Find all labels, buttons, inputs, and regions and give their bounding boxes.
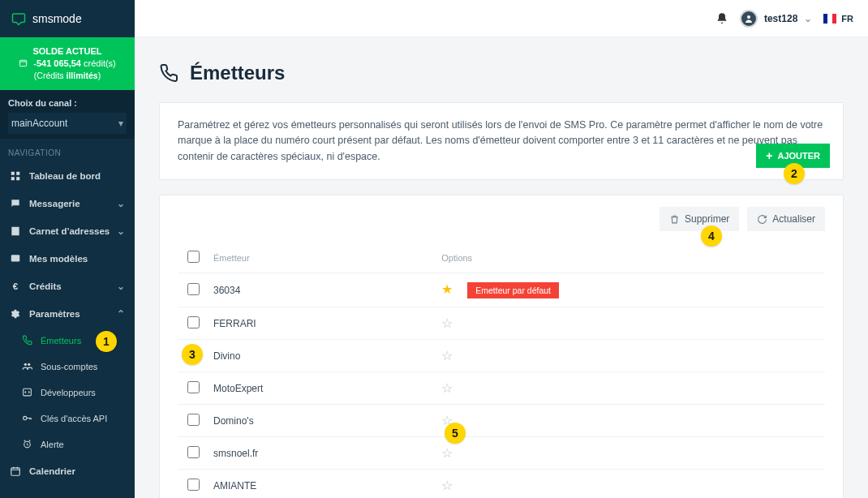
calendar-icon xyxy=(10,466,21,477)
flag-fr-icon xyxy=(823,14,836,24)
page-heading: Émetteurs xyxy=(190,62,285,84)
sidebar-item-souscomptes[interactable]: Sous-comptes xyxy=(11,354,135,380)
star-outline-icon[interactable]: ☆ xyxy=(441,479,453,492)
svg-point-7 xyxy=(24,363,26,366)
callout-5: 5 xyxy=(445,423,466,444)
nav-section-label: NAVIGATION xyxy=(0,139,135,162)
caret-down-icon: ▾ xyxy=(118,118,123,129)
table-row: AMIANTE☆ xyxy=(178,470,825,498)
table-row: FERRARI☆ xyxy=(178,307,825,340)
channel-select[interactable]: mainAccount ▾ xyxy=(8,113,127,134)
emetteurs-table: Émetteur Options 36034★Emetteur par défa… xyxy=(178,243,825,498)
row-checkbox[interactable] xyxy=(187,414,200,426)
row-name: MotoExpert xyxy=(208,372,436,405)
callout-4: 4 xyxy=(701,225,722,247)
sidebar: smsmode SOLDE ACTUEL -541 065,54 crédit(… xyxy=(0,0,135,498)
row-checkbox[interactable] xyxy=(187,316,200,328)
user-menu[interactable]: test128 ⌄ xyxy=(740,10,812,28)
page-title: Émetteurs xyxy=(159,62,844,84)
users-icon xyxy=(21,361,32,372)
add-button-label: AJOUTER xyxy=(777,151,820,161)
default-badge: Emetteur par défaut xyxy=(467,282,559,298)
refresh-button[interactable]: Actualiser xyxy=(747,207,825,231)
sidebar-item-tableau[interactable]: Tableau de bord xyxy=(0,162,135,190)
brand[interactable]: smsmode xyxy=(0,0,135,37)
star-outline-icon[interactable]: ☆ xyxy=(441,316,453,330)
logo-icon xyxy=(11,11,26,26)
balance-box: SOLDE ACTUEL -541 065,54 crédit(s) (Créd… xyxy=(0,37,135,90)
chevron-up-icon: ⌃ xyxy=(117,308,125,320)
table-row: smsnoel.fr☆ xyxy=(178,437,825,470)
sidebar-item-developpeurs[interactable]: Développeurs xyxy=(11,380,135,406)
avatar xyxy=(740,10,758,28)
channel-label: Choix du canal : xyxy=(8,98,127,108)
row-name: Divino xyxy=(208,340,436,372)
star-outline-icon[interactable]: ☆ xyxy=(441,349,453,363)
sidebar-item-messagerie[interactable]: Messagerie ⌄ xyxy=(0,190,135,217)
select-all-checkbox[interactable] xyxy=(187,251,200,263)
svg-rect-12 xyxy=(11,467,20,474)
table-row: Divino☆ xyxy=(178,340,825,372)
row-name: smsnoel.fr xyxy=(208,437,436,470)
chevron-down-icon: ⌄ xyxy=(117,281,125,292)
clock-icon xyxy=(21,439,32,450)
balance-amount: -541 065,54 crédit(s) xyxy=(5,58,130,71)
col-options: Options xyxy=(436,243,825,273)
callout-3: 3 xyxy=(182,344,203,365)
phone-icon xyxy=(21,335,32,346)
svg-rect-5 xyxy=(11,255,20,261)
dashboard-icon xyxy=(10,170,21,182)
row-checkbox[interactable] xyxy=(187,283,200,295)
trash-icon xyxy=(669,214,680,225)
table-panel: Supprimer Actualiser Émetteur Options xyxy=(159,195,844,498)
star-outline-icon[interactable]: ☆ xyxy=(441,446,453,460)
sidebar-item-carnet[interactable]: Carnet d'adresses ⌄ xyxy=(0,217,135,245)
user-name: test128 xyxy=(764,13,797,24)
callout-1: 1 xyxy=(96,331,117,352)
phone-icon xyxy=(159,63,178,83)
row-checkbox[interactable] xyxy=(187,446,200,458)
svg-point-13 xyxy=(747,15,750,19)
channel-selector-box: Choix du canal : mainAccount ▾ xyxy=(0,90,135,139)
svg-point-8 xyxy=(28,363,30,366)
bell-icon[interactable] xyxy=(715,12,728,25)
col-emetteur: Émetteur xyxy=(208,243,436,273)
chevron-down-icon: ⌄ xyxy=(117,198,125,209)
credit-icon xyxy=(19,58,28,71)
table-toolbar: Supprimer Actualiser xyxy=(178,207,825,231)
key-icon xyxy=(21,413,32,424)
code-icon xyxy=(21,387,32,398)
chevron-down-icon: ⌄ xyxy=(117,225,125,237)
svg-rect-0 xyxy=(20,60,27,66)
star-filled-icon[interactable]: ★ xyxy=(441,282,453,296)
refresh-icon xyxy=(757,214,767,225)
svg-rect-2 xyxy=(16,171,19,174)
book-icon xyxy=(10,225,21,237)
delete-button-label: Supprimer xyxy=(685,213,729,225)
main: test128 ⌄ FR Émetteurs Paramétrez et gér… xyxy=(135,0,868,498)
plus-icon: + xyxy=(766,150,772,161)
svg-rect-1 xyxy=(11,171,15,174)
star-outline-icon[interactable]: ☆ xyxy=(441,381,453,395)
intro-panel: Paramétrez et gérez vos émetteurs person… xyxy=(159,102,844,180)
row-name: AMIANTE xyxy=(208,470,436,498)
refresh-button-label: Actualiser xyxy=(772,213,815,225)
row-checkbox[interactable] xyxy=(187,381,200,393)
callout-2: 2 xyxy=(784,163,805,184)
sidebar-item-credits[interactable]: €Crédits ⌄ xyxy=(0,273,135,300)
delete-button[interactable]: Supprimer xyxy=(660,207,739,231)
sidebar-item-calendrier[interactable]: Calendrier xyxy=(0,457,135,485)
sidebar-item-parametres[interactable]: Paramètres ⌃ xyxy=(0,300,135,328)
intro-text: Paramétrez et gérez vos émetteurs person… xyxy=(178,118,825,165)
channel-value: mainAccount xyxy=(11,118,67,129)
sidebar-item-alerte[interactable]: Alerte xyxy=(11,431,135,457)
row-name: FERRARI xyxy=(208,307,436,340)
balance-note: (Crédits illimités) xyxy=(5,70,130,81)
euro-icon: € xyxy=(10,281,21,292)
row-checkbox[interactable] xyxy=(187,479,200,491)
sidebar-item-modeles[interactable]: Mes modèles xyxy=(0,245,135,273)
table-row: 36034★Emetteur par défaut xyxy=(178,273,825,307)
sidebar-item-api[interactable]: Clés d'accès API xyxy=(11,406,135,431)
lang-switch[interactable]: FR xyxy=(823,14,853,24)
table-row: Domino's☆ xyxy=(178,405,825,437)
